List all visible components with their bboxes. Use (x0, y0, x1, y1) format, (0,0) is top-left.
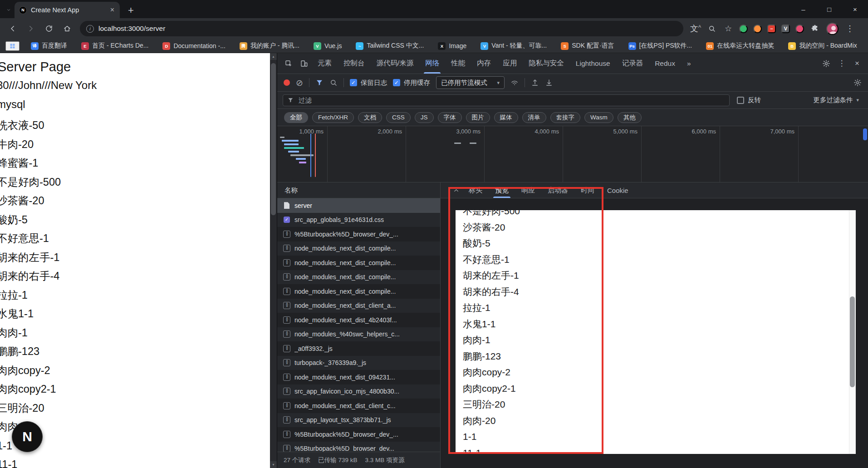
devtools-tab[interactable]: 记录器 (616, 53, 649, 74)
translate-icon[interactable]: 文A (689, 22, 702, 35)
site-info-icon[interactable]: i (86, 25, 94, 33)
request-row[interactable]: node_modules_next_dist_compile... (277, 270, 440, 285)
devtools-tab[interactable]: 控制台 (338, 53, 371, 74)
request-row[interactable]: node_modules_next_dist_compile... (277, 284, 440, 299)
record-network-log-button[interactable] (284, 79, 290, 86)
request-row[interactable]: node_modules_%40swc_helpers_c... (277, 327, 440, 342)
inspect-element-icon[interactable] (281, 56, 296, 71)
request-type-chip[interactable]: 全部 (284, 112, 308, 123)
request-type-chip[interactable]: Wasm (584, 112, 613, 123)
bookmark-item[interactable]: B 我的空间 - BoardMix (785, 41, 860, 50)
preview-pane[interactable]: 不是好肉-500沙茶酱-20酸奶-5不好意思-1胡来的左手-1胡来的右手-4拉拉… (456, 210, 856, 454)
extensions-puzzle-icon[interactable] (808, 22, 822, 35)
preview-scrollbar-thumb[interactable] (850, 296, 855, 387)
bookmark-item[interactable]: 01 在线幸运大转盘抽奖 (703, 41, 777, 50)
address-bar[interactable]: i localhost:3000/server (80, 21, 683, 36)
request-type-chip[interactable]: Fetch/XHR (312, 112, 354, 123)
bookmark-item[interactable]: 腾 我的账户 - 腾讯... (237, 41, 302, 50)
request-row[interactable]: %5Bturbopack%5D_browser_dev_... (277, 427, 440, 442)
browser-menu-icon[interactable]: ⋮ (843, 22, 857, 35)
detail-tab[interactable]: 时间 (574, 182, 601, 198)
request-row[interactable]: node_modules_next_dist_4b2403f... (277, 313, 440, 327)
more-filters-button[interactable]: 更多过滤条件 ▾ (810, 95, 863, 105)
clear-network-log-button[interactable]: ⊘ (296, 78, 303, 88)
request-list-header[interactable]: 名称 (277, 182, 440, 198)
request-type-chip[interactable]: 图片 (466, 112, 490, 123)
devtools-tab[interactable]: 元素 (312, 53, 338, 74)
request-type-chip[interactable]: 套接字 (550, 112, 581, 123)
request-row[interactable]: turbopack-_376339a9._js (277, 356, 440, 370)
filter-input-box[interactable] (283, 94, 730, 106)
preserve-log-checkbox[interactable]: ✓ 保留日志 (350, 79, 387, 87)
bookmark-item[interactable]: S SDK 配置·语言 (558, 41, 617, 50)
invert-filter-checkbox[interactable]: 反转 (737, 96, 761, 104)
devtools-tab[interactable]: 网络 (419, 53, 445, 74)
bookmark-item[interactable]: Ps [在线PS] PS软件... (626, 41, 695, 50)
home-button[interactable] (59, 21, 75, 36)
scrollbar-down-arrow[interactable]: ▼ (270, 461, 277, 468)
network-conditions-icon[interactable] (510, 79, 519, 87)
detail-tab[interactable]: 预览 (489, 182, 515, 198)
bookmark-item[interactable]: ~ Tailwind CSS 中文... (353, 41, 427, 50)
bookmark-item[interactable]: V Vant - 轻量、可靠... (478, 41, 549, 50)
request-row[interactable]: server (277, 198, 440, 213)
collapse-panel-icon[interactable] (450, 184, 462, 197)
profile-avatar[interactable] (826, 23, 839, 35)
network-timeline-overview[interactable]: 1,000 ms2,000 ms3,000 ms4,000 ms5,000 ms… (277, 126, 868, 182)
bookmark-item[interactable]: V Vue.js (311, 42, 344, 50)
devtools-tab[interactable]: Redux (649, 53, 681, 74)
tab-search-button[interactable] (4, 5, 14, 15)
throttling-dropdown[interactable]: 已停用节流模式 ▾ (436, 76, 505, 89)
devtools-tab[interactable]: 性能 (445, 53, 471, 74)
tab-close-button[interactable]: × (109, 6, 115, 14)
request-type-chip[interactable]: 清单 (522, 112, 546, 123)
extension-icon[interactable] (795, 25, 804, 33)
preview-scrollbar[interactable] (849, 210, 856, 454)
window-maximize-button[interactable]: □ (816, 0, 842, 18)
browser-tab[interactable]: N Create Next App × (15, 2, 120, 18)
filter-input[interactable] (298, 96, 725, 104)
devtools-close-icon[interactable]: × (850, 56, 864, 71)
reload-button[interactable] (41, 21, 57, 36)
scrollbar-up-arrow[interactable]: ▲ (270, 53, 277, 60)
page-scrollbar[interactable]: ▲ ▼ (270, 53, 277, 468)
devtools-settings-icon[interactable] (819, 56, 834, 71)
new-tab-button[interactable]: + (125, 5, 137, 16)
request-type-chip[interactable]: 文档 (358, 112, 382, 123)
devtools-tab[interactable]: Lighthouse (570, 53, 616, 74)
apps-grid-icon[interactable] (5, 41, 20, 51)
request-row[interactable]: node_modules_next_dist_client_a... (277, 299, 440, 313)
request-row[interactable]: node_modules_next_dist_compile... (277, 241, 440, 256)
extension-icon[interactable] (753, 25, 762, 33)
disable-cache-checkbox[interactable]: ✓ 停用缓存 (393, 79, 430, 87)
export-har-button[interactable] (545, 79, 553, 87)
network-settings-icon[interactable] (853, 79, 862, 87)
bookmark-item[interactable]: 译 百度翻译 (28, 41, 70, 50)
extension-icon[interactable]: V (781, 25, 790, 33)
device-toolbar-icon[interactable] (296, 56, 312, 71)
devtools-tab[interactable]: 内存 (471, 53, 497, 74)
request-row[interactable]: src_app_layout_tsx_3873bb71._js (277, 413, 440, 428)
detail-tab[interactable]: 标头 (462, 182, 489, 198)
back-button[interactable] (5, 21, 21, 36)
window-close-button[interactable]: × (842, 0, 868, 18)
devtools-tab[interactable]: 应用 (497, 53, 523, 74)
devtools-tab[interactable]: 隐私与安全 (523, 53, 570, 74)
request-row[interactable]: _a0ff3932._js (277, 341, 440, 356)
request-row[interactable]: %5Bturbopack%5D_browser_dev_... (277, 227, 440, 241)
request-row[interactable]: %5Bturbopack%5D_browser_dev... (277, 442, 440, 452)
request-type-chip[interactable]: 其他 (618, 112, 642, 123)
lens-search-icon[interactable] (705, 22, 719, 35)
bookmark-item[interactable]: D Documentation -... (160, 42, 228, 50)
bookmark-item[interactable]: X Image (435, 42, 469, 50)
detail-tab[interactable]: 启动器 (541, 182, 574, 198)
request-type-chip[interactable]: CSS (386, 112, 411, 123)
network-search-button[interactable] (329, 79, 338, 87)
request-type-chip[interactable]: 媒体 (494, 112, 518, 123)
devtools-tab[interactable]: 源代码/来源 (371, 53, 420, 74)
extension-icon[interactable]: – (767, 25, 776, 33)
request-row[interactable]: node_modules_next_dist_compile... (277, 256, 440, 270)
detail-tab[interactable]: Cookie (601, 182, 635, 198)
detail-tab[interactable]: 响应 (515, 182, 541, 198)
devtools-tabs-overflow[interactable]: » (681, 53, 697, 74)
